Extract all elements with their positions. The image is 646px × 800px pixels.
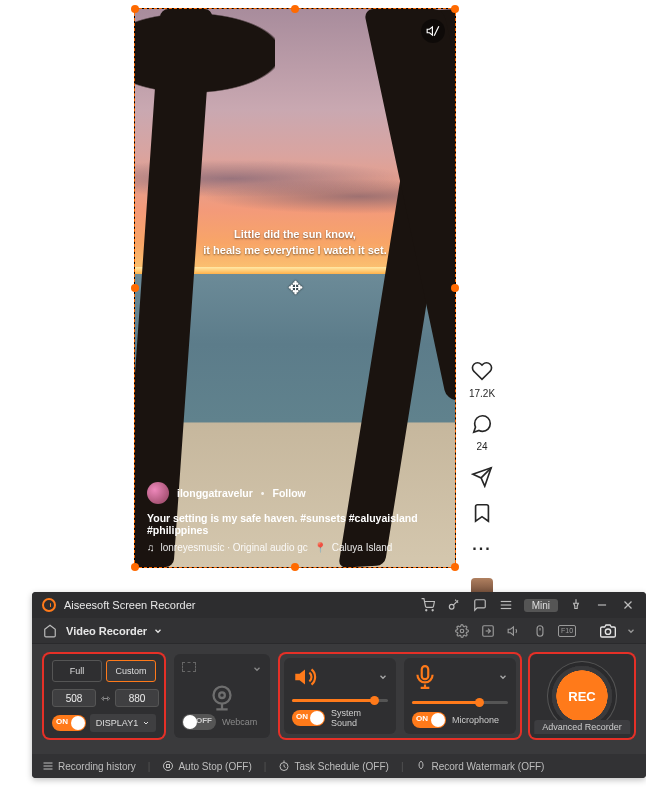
link-dimensions-icon[interactable]: ⇿ xyxy=(101,692,110,705)
minimize-icon[interactable] xyxy=(594,597,610,613)
mode-bar: Video Recorder F10 xyxy=(32,618,646,644)
webcam-dropdown-icon[interactable] xyxy=(252,664,262,674)
sound-settings-icon[interactable] xyxy=(506,623,522,639)
microphone-toggle[interactable]: ON xyxy=(412,712,446,728)
microphone-icon xyxy=(412,664,438,690)
chat-icon[interactable] xyxy=(472,597,488,613)
svg-line-0 xyxy=(434,26,439,35)
webcam-toggle[interactable]: OFF xyxy=(182,714,216,730)
system-sound-label: System Sound xyxy=(331,708,388,728)
display-select[interactable]: DISPLAY1 xyxy=(90,714,156,732)
svg-point-22 xyxy=(164,762,173,771)
like-count: 17.2K xyxy=(469,388,495,399)
recording-selection-region[interactable]: Little did the sun know, it heals me eve… xyxy=(134,8,456,568)
screenshot-overlay-icon[interactable] xyxy=(182,662,196,672)
svg-point-10 xyxy=(460,629,464,633)
separator: | xyxy=(148,761,151,772)
record-button[interactable]: REC xyxy=(552,666,612,726)
comment-count: 24 xyxy=(476,441,487,452)
cart-icon[interactable] xyxy=(420,597,436,613)
caption-line2: it heals me everytime I watch it set. xyxy=(135,243,455,259)
microphone-slider[interactable] xyxy=(412,701,508,704)
caption-line1: Little did the sun know, xyxy=(135,227,455,243)
screen-recorder-panel: Aiseesoft Screen Recorder Mini Video Rec… xyxy=(32,592,646,778)
svg-point-15 xyxy=(605,629,610,634)
microphone-card: ON Microphone xyxy=(404,658,516,734)
resize-handle-br[interactable] xyxy=(451,563,459,571)
record-watermark-button[interactable]: Record Watermark (OFF) xyxy=(415,760,544,772)
video-description: Your setting is my safe haven. #sunsets … xyxy=(147,512,443,536)
username[interactable]: ilonggatravelur xyxy=(177,487,253,499)
bookmark-icon[interactable] xyxy=(471,502,493,524)
separator: | xyxy=(401,761,404,772)
resize-handle-bl[interactable] xyxy=(131,563,139,571)
more-icon[interactable]: ··· xyxy=(471,538,493,560)
chevron-down-icon xyxy=(153,626,163,636)
resize-handle-ml[interactable] xyxy=(131,284,139,292)
recording-area-card: Full Custom ⇿ ON DISPLAY1 xyxy=(44,654,164,738)
webcam-icon xyxy=(205,681,239,715)
recorder-mode-label: Video Recorder xyxy=(66,625,147,637)
speaker-icon xyxy=(292,664,318,690)
auto-stop-button[interactable]: Auto Stop (OFF) xyxy=(162,760,251,772)
key-icon[interactable] xyxy=(446,597,462,613)
resize-handle-tc[interactable] xyxy=(291,5,299,13)
close-icon[interactable] xyxy=(620,597,636,613)
webcam-label: Webcam xyxy=(222,717,257,727)
separator: | xyxy=(264,761,267,772)
microphone-dropdown-icon[interactable] xyxy=(498,672,508,682)
system-sound-card: ON System Sound xyxy=(284,658,396,734)
export-icon[interactable] xyxy=(480,623,496,639)
svg-point-1 xyxy=(425,610,426,611)
system-sound-slider[interactable] xyxy=(292,699,388,702)
mute-icon[interactable] xyxy=(421,19,445,43)
svg-point-17 xyxy=(219,692,225,698)
resize-handle-bc[interactable] xyxy=(291,563,299,571)
webcam-card: OFF Webcam xyxy=(174,654,270,738)
social-actions: 17.2K 24 ··· xyxy=(464,360,500,600)
video-caption: Little did the sun know, it heals me eve… xyxy=(135,227,455,259)
recorder-mode-dropdown[interactable]: Video Recorder xyxy=(66,625,163,637)
audio-group: ON System Sound ON Microphone xyxy=(280,654,520,738)
system-sound-toggle[interactable]: ON xyxy=(292,710,325,726)
svg-point-3 xyxy=(449,604,454,609)
height-input[interactable] xyxy=(115,689,159,707)
area-custom-button[interactable]: Custom xyxy=(106,660,156,682)
advanced-recorder-button[interactable]: Advanced Recorder xyxy=(534,720,630,734)
resize-handle-tr[interactable] xyxy=(451,5,459,13)
audio-text[interactable]: lonreyesmusic · Original audio gc xyxy=(161,542,308,553)
area-full-button[interactable]: Full xyxy=(52,660,102,682)
resize-handle-mr[interactable] xyxy=(451,284,459,292)
follow-button[interactable]: Follow xyxy=(273,487,306,499)
move-cursor-icon: ✥ xyxy=(288,277,303,299)
task-schedule-button[interactable]: Task Schedule (OFF) xyxy=(278,760,388,772)
titlebar: Aiseesoft Screen Recorder Mini xyxy=(32,592,646,618)
area-toggle[interactable]: ON xyxy=(52,715,86,731)
like-icon[interactable] xyxy=(471,360,493,382)
svg-rect-13 xyxy=(537,625,543,636)
footer-bar: Recording history | Auto Stop (OFF) | Ta… xyxy=(32,754,646,778)
controls-row: Full Custom ⇿ ON DISPLAY1 OFF Webcam xyxy=(32,644,646,748)
mouse-icon[interactable] xyxy=(532,623,548,639)
microphone-label: Microphone xyxy=(452,715,499,725)
width-input[interactable] xyxy=(52,689,96,707)
snapshot-icon[interactable] xyxy=(600,623,616,639)
resize-handle-tl[interactable] xyxy=(131,5,139,13)
pin-icon[interactable] xyxy=(568,597,584,613)
svg-rect-23 xyxy=(167,765,170,768)
mini-mode-button[interactable]: Mini xyxy=(524,599,558,612)
system-sound-dropdown-icon[interactable] xyxy=(378,672,388,682)
avatar[interactable] xyxy=(147,482,169,504)
svg-rect-18 xyxy=(422,666,429,679)
location-text[interactable]: Caluya Island xyxy=(332,542,393,553)
hotkey-icon[interactable]: F10 xyxy=(558,625,576,637)
location-pin-icon: 📍 xyxy=(314,542,326,553)
chevron-down-icon[interactable] xyxy=(626,626,636,636)
comment-icon[interactable] xyxy=(471,413,493,435)
home-icon[interactable] xyxy=(42,623,58,639)
recording-history-button[interactable]: Recording history xyxy=(42,760,136,772)
video-meta: ilonggatravelur • Follow Your setting is… xyxy=(147,482,443,553)
settings-icon[interactable] xyxy=(454,623,470,639)
share-icon[interactable] xyxy=(471,466,493,488)
menu-icon[interactable] xyxy=(498,597,514,613)
